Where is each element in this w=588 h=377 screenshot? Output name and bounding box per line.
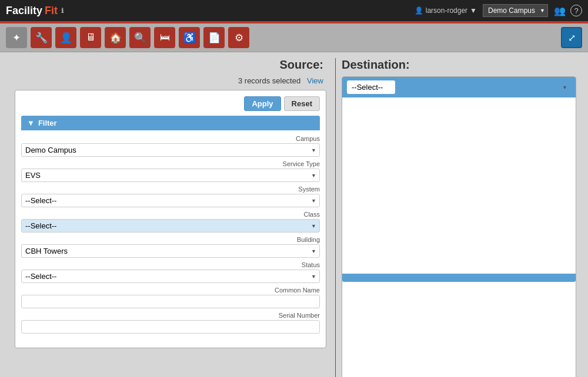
topbar-icons: 👥 ?	[554, 5, 582, 16]
campus-selector-wrapper: Demo Campus	[483, 4, 548, 17]
source-header: Source:	[12, 58, 329, 72]
apply-button[interactable]: Apply	[244, 96, 280, 111]
panel-divider	[335, 58, 336, 377]
common-name-label: Common Name	[21, 287, 320, 294]
building-select-field[interactable]: CBH Towers	[21, 244, 320, 258]
user-arrow-icon: ▼	[470, 6, 477, 15]
destination-select[interactable]: --Select--	[347, 80, 395, 94]
campus-row: Campus Demo Campus	[21, 135, 320, 157]
building-select-wrapper: CBH Towers	[21, 244, 320, 258]
bed-tool-button[interactable]: 🛏	[154, 27, 175, 48]
destination-footer-bar	[342, 274, 576, 282]
destination-select-bar: --Select--	[342, 77, 576, 97]
settings-tool-button[interactable]: ⚙	[228, 27, 249, 48]
destination-content-area	[342, 97, 576, 274]
system-select-wrapper: --Select--	[21, 194, 320, 207]
house-tool-button[interactable]: 🏠	[105, 27, 126, 48]
main-content: Source: 3 records selected View Apply Re…	[0, 52, 588, 377]
lightning-tool-button[interactable]: ✦	[6, 27, 27, 48]
serial-number-row: Serial Number	[21, 312, 320, 334]
filter-icon: ▼	[27, 119, 35, 127]
logo: FacilityFit ℹ	[6, 5, 64, 17]
topbar: FacilityFit ℹ 👤 larson-rodger ▼ Demo Cam…	[0, 0, 588, 21]
campus-label: Campus	[21, 135, 320, 142]
system-label: System	[21, 186, 320, 193]
class-select-field[interactable]: --Select--	[21, 219, 320, 233]
campus-select[interactable]: Demo Campus	[483, 4, 548, 17]
serial-number-input[interactable]	[21, 320, 320, 334]
people-tool-button[interactable]: 👤	[55, 27, 76, 48]
topbar-right: 👤 larson-rodger ▼ Demo Campus 👥 ?	[415, 4, 582, 17]
destination-header: Destination:	[342, 58, 576, 72]
campus-select-wrapper: Demo Campus	[21, 143, 320, 157]
records-info: 3 records selected View	[12, 76, 329, 85]
filter-header: ▼ Filter	[21, 116, 320, 130]
logo-facility-text: Facility	[6, 5, 42, 17]
logo-info-icon[interactable]: ℹ	[61, 7, 64, 15]
common-name-row: Common Name	[21, 287, 320, 308]
help-icon[interactable]: ?	[570, 5, 582, 16]
user-icon: 👤	[415, 6, 423, 15]
group-icon[interactable]: 👥	[554, 5, 566, 16]
filter-buttons: Apply Reset	[21, 96, 320, 111]
status-select-wrapper: --Select--	[21, 270, 320, 283]
class-label: Class	[21, 211, 320, 218]
view-link[interactable]: View	[307, 76, 323, 85]
wrench-tool-button[interactable]: 🔧	[31, 27, 52, 48]
username-label: larson-rodger	[426, 6, 467, 15]
source-panel: Source: 3 records selected View Apply Re…	[12, 58, 329, 377]
expand-button[interactable]: ⤢	[561, 27, 582, 48]
service-type-label: Service Type	[21, 160, 320, 167]
building-row: Building CBH Towers	[21, 236, 320, 258]
records-count-text: 3 records selected	[238, 76, 300, 85]
user-menu[interactable]: 👤 larson-rodger ▼	[415, 6, 477, 15]
service-type-select-wrapper: EVS	[21, 169, 320, 182]
status-label: Status	[21, 261, 320, 268]
system-row: System --Select--	[21, 186, 320, 207]
toolbar: ✦ 🔧 👤 🖥 🏠 🔍 🛏 ♿ 📄 ⚙ ⤢	[0, 23, 588, 52]
filter-box: Apply Reset ▼ Filter Campus Demo Campus	[15, 90, 326, 348]
filter-fields: Campus Demo Campus Service Type EVS	[21, 130, 320, 342]
filter-label: Filter	[38, 119, 57, 127]
reset-button[interactable]: Reset	[284, 96, 320, 111]
status-select-field[interactable]: --Select--	[21, 270, 320, 283]
wheelchair-tool-button[interactable]: ♿	[179, 27, 200, 48]
system-select-field[interactable]: --Select--	[21, 194, 320, 207]
building-label: Building	[21, 236, 320, 243]
destination-box: --Select--	[342, 76, 576, 377]
serial-number-label: Serial Number	[21, 312, 320, 319]
service-type-select-field[interactable]: EVS	[21, 169, 320, 182]
destination-select-wrapper: --Select--	[347, 80, 571, 94]
campus-select-field[interactable]: Demo Campus	[21, 143, 320, 157]
search-tool-button[interactable]: 🔍	[129, 27, 151, 48]
destination-panel: Destination: --Select--	[342, 58, 576, 377]
document-tool-button[interactable]: 📄	[203, 27, 225, 48]
common-name-input[interactable]	[21, 295, 320, 308]
status-row: Status --Select--	[21, 261, 320, 283]
monitor-tool-button[interactable]: 🖥	[80, 27, 101, 48]
class-row: Class --Select--	[21, 211, 320, 233]
class-select-wrapper: --Select--	[21, 219, 320, 233]
service-type-row: Service Type EVS	[21, 160, 320, 182]
logo-fit-text: Fit	[45, 5, 58, 17]
